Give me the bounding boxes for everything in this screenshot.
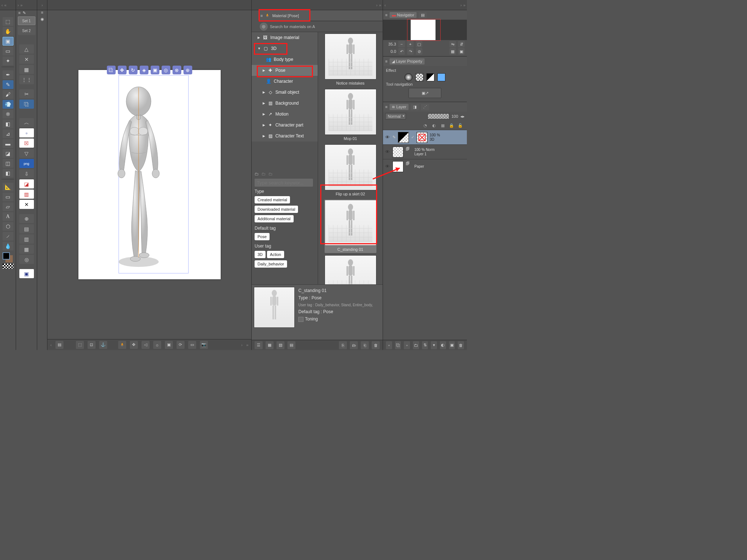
paste-icon[interactable]: ⎘ <box>339 341 347 349</box>
wand-tool[interactable]: ✦ <box>3 57 13 65</box>
flip-v-icon[interactable]: ⇵ <box>458 41 465 47</box>
chevron-double-right-icon[interactable]: » <box>246 343 248 347</box>
chevron-left-icon[interactable]: ‹ <box>50 343 52 347</box>
eraser-tool[interactable]: ◧ <box>3 120 13 128</box>
subtool-redpage-icon[interactable]: ▥ <box>19 190 34 199</box>
clip-icon[interactable]: ◔ <box>422 122 428 128</box>
layer-dup-icon[interactable]: ⿻ <box>395 341 401 349</box>
subtool-mesh-icon[interactable]: ⋮⋮ <box>19 75 34 84</box>
folder-icon[interactable]: 🗀 <box>255 172 259 176</box>
eraser2-tool[interactable]: ◫ <box>3 159 13 168</box>
menu-icon[interactable]: ≡ <box>385 59 387 63</box>
mask-icon[interactable]: ◐ <box>431 122 437 128</box>
figure-icon[interactable]: 🧍 <box>118 341 126 349</box>
subtool-transform-icon[interactable]: ✕ <box>19 55 34 64</box>
type-pill[interactable]: Additional material <box>255 215 294 222</box>
menu-icon[interactable]: ≡ <box>41 10 43 15</box>
effect-mono-icon[interactable] <box>426 73 434 81</box>
set1-button[interactable]: Set 1 <box>18 16 35 25</box>
chevron-icon[interactable]: › <box>42 3 43 7</box>
menu-icon[interactable]: ≡ <box>385 105 387 109</box>
pencil-tool[interactable]: ✎ <box>3 80 13 89</box>
navigator-preview[interactable] <box>383 20 467 40</box>
subtool-newfile-icon[interactable]: ▫ <box>19 128 34 137</box>
manip-cube2-icon[interactable]: ◎ <box>162 66 170 74</box>
visibility-icon[interactable]: 👁 <box>385 135 390 140</box>
chevron-double-icon[interactable]: » <box>379 3 381 7</box>
spiral-icon[interactable]: ◉ <box>40 17 44 21</box>
subtool-png-icon[interactable]: png <box>19 159 34 168</box>
subtool-center-icon[interactable]: ⊕ <box>19 214 34 223</box>
gradient2-tool[interactable]: ◧ <box>3 169 13 178</box>
rotate-cw-icon[interactable]: ↷ <box>407 48 414 55</box>
focus-icon[interactable]: ⊡ <box>88 341 96 349</box>
manip-files-icon[interactable]: ⿻ <box>107 66 116 74</box>
effect-color-icon[interactable] <box>437 73 445 81</box>
balloon-tool[interactable]: ⬡ <box>3 222 13 231</box>
rotate-ccw-icon[interactable]: ↶ <box>398 48 405 55</box>
manip-scale-icon[interactable]: ◈ <box>140 66 148 74</box>
subtool-assets-icon[interactable]: ◎ <box>19 255 34 264</box>
layer-trash-icon[interactable]: 🗑 <box>458 341 464 349</box>
selection-tool[interactable]: ⬚ <box>3 17 13 26</box>
tree-item-motion[interactable]: ▶↗Motion <box>252 109 318 120</box>
lock-trans-icon[interactable]: ▦ <box>440 122 446 128</box>
subtool-layerx-icon[interactable]: ☒ <box>19 139 34 148</box>
color-swatch[interactable] <box>3 252 13 262</box>
prev-icon[interactable]: ◁ <box>142 341 150 349</box>
pen-tool[interactable]: ✒ <box>3 70 13 79</box>
navigator-tab[interactable]: ▬ Navigator <box>390 12 416 18</box>
chevron-right-icon[interactable]: › <box>241 343 243 347</box>
chevron-icon[interactable]: › <box>376 3 378 7</box>
subtool-close-icon[interactable]: ✕ <box>19 200 34 209</box>
thumb-lay-down[interactable]: Lay down <box>325 255 376 284</box>
move3d-icon[interactable]: ✥ <box>130 341 138 349</box>
fill-tool[interactable]: ▬ <box>3 139 13 148</box>
ruler-tool[interactable]: 📐 <box>3 183 13 191</box>
cube-icon[interactable]: ▣ <box>165 341 173 349</box>
tree-item-pose[interactable]: ▶✚Pose <box>252 65 318 76</box>
opacity-slider[interactable] <box>427 113 449 119</box>
user-tag-pill[interactable]: 3D <box>255 251 266 258</box>
lock-icon[interactable]: 🔒 <box>449 122 454 128</box>
layer-tab2[interactable]: ◨ <box>411 104 419 110</box>
subtool-copy-icon[interactable]: ⿻ <box>19 100 34 109</box>
layer-new-icon[interactable]: ▫ <box>386 341 392 349</box>
layer-row-layer-1[interactable]: 👁🗐100 % NormLayer 1 <box>383 144 467 159</box>
tree-item-body-type[interactable]: 👥Body type <box>252 54 318 65</box>
transparency-swatch[interactable] <box>3 264 13 269</box>
manip-cube1-icon[interactable]: ▣ <box>151 66 159 74</box>
view-detail-icon[interactable]: ▤ <box>287 341 295 349</box>
shape-tool[interactable]: ▱ <box>3 202 13 211</box>
manip-cube4-icon[interactable]: ⊕ <box>183 66 192 74</box>
manip-cube3-icon[interactable]: ⊗ <box>173 66 181 74</box>
chevron-left-icon[interactable]: ‹ <box>1 3 3 7</box>
keyword-input[interactable] <box>255 179 313 187</box>
blend-tool[interactable]: ⊿ <box>3 129 13 138</box>
zoom-out-icon[interactable]: − <box>398 41 405 47</box>
layer-mask-icon[interactable]: ◐ <box>440 341 446 349</box>
assets-search-icon[interactable]: ◎ <box>260 23 268 31</box>
airbrush-tool[interactable]: 💨 <box>3 100 13 109</box>
marquee-tool[interactable]: ▭ <box>3 47 13 55</box>
set2-button[interactable]: Set 2 <box>18 26 35 35</box>
tag-icon[interactable]: ⎗ <box>361 341 369 349</box>
subtool-scissors-icon[interactable]: ✂ <box>19 89 34 98</box>
crop-icon[interactable]: ▣ <box>458 48 465 55</box>
zoom-fit-icon[interactable]: ▢ <box>416 41 422 47</box>
subtool-grid-icon[interactable]: ▦ <box>19 65 34 74</box>
type-pill[interactable]: Created material <box>255 196 290 203</box>
3d-figure[interactable] <box>108 76 170 268</box>
layer-clip-icon[interactable]: ▣ <box>449 341 455 349</box>
correction-tool[interactable]: ⟋ <box>3 232 13 241</box>
hand-tool[interactable]: ✋ <box>3 27 13 36</box>
tree-item-character[interactable]: 👤Character <box>252 76 318 87</box>
sun-icon[interactable]: ☼ <box>153 341 161 349</box>
text-tool[interactable]: A <box>3 212 13 221</box>
layer-tab3[interactable]: ⋰ <box>421 104 429 110</box>
rotate-reset-icon[interactable]: ⊘ <box>416 48 422 55</box>
manip-move-icon[interactable]: ✥ <box>118 66 127 74</box>
anchor-icon[interactable]: ⚓ <box>99 341 107 349</box>
subtool-redbox-icon[interactable]: ◪ <box>19 179 34 188</box>
chevron-icon[interactable]: ‹ <box>384 3 386 7</box>
